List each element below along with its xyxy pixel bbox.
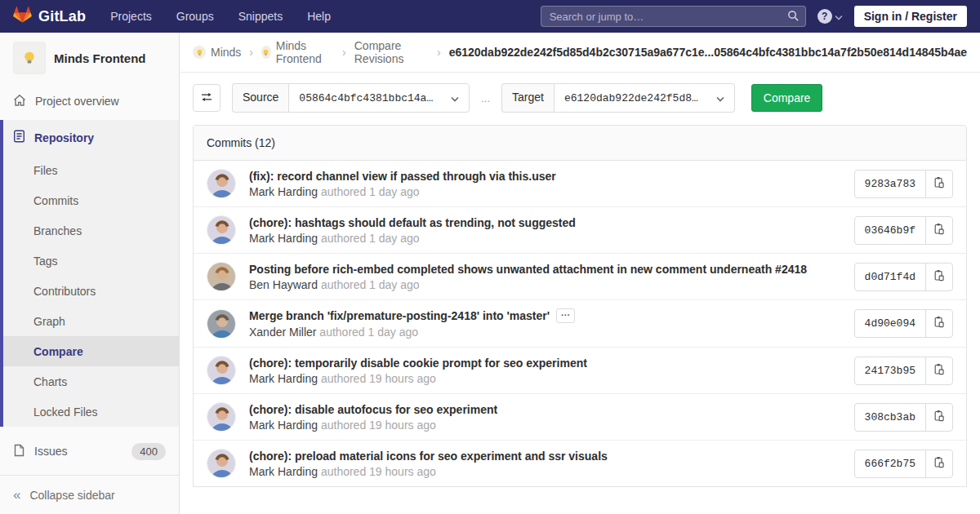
clipboard-copy-icon — [933, 223, 945, 238]
commit-sha-group: 308cb3ab — [854, 403, 953, 432]
compare-button[interactable]: Compare — [751, 84, 823, 112]
sidebar-item-charts[interactable]: Charts — [3, 366, 179, 397]
target-field-group: Target e6120dab922de242f5d8… — [501, 83, 735, 113]
double-chevron-left-icon: « — [13, 488, 20, 502]
commit-title-link[interactable]: (chore): hashtags should default as tren… — [249, 216, 576, 229]
collapse-sidebar-label: Collapse sidebar — [29, 489, 114, 502]
breadcrumb-current-sha-range: e6120dab922de242f5d85d4b2c30715a9a677c1e… — [449, 46, 967, 59]
commit-author-link[interactable]: Mark Harding — [249, 419, 318, 432]
project-sidebar: Minds Frontend Project overview Reposito… — [0, 33, 180, 514]
commit-sha-link[interactable]: 4d90e094 — [855, 312, 925, 335]
gitlab-logo[interactable]: GitLab — [13, 6, 86, 27]
commit-row: Posting before rich-embed completed show… — [194, 253, 966, 299]
commit-title-link[interactable]: (chore): temporarily disable cookie prom… — [249, 357, 587, 370]
copy-sha-button[interactable] — [925, 264, 952, 290]
chevron-down-icon — [451, 91, 459, 105]
sidebar-item-label: Repository — [34, 131, 94, 144]
nav-groups[interactable]: Groups — [176, 10, 214, 23]
commit-author-link[interactable]: Mark Harding — [249, 465, 318, 478]
copy-sha-button[interactable] — [925, 357, 952, 384]
sidebar-project-link[interactable]: Minds Frontend — [0, 33, 179, 84]
sidebar-item-repository[interactable]: Repository — [3, 120, 179, 155]
commit-sha-link[interactable]: 9283a783 — [855, 173, 925, 195]
commits-panel: Commits (12) (fix): record channel view … — [193, 125, 967, 487]
commit-author-link[interactable]: Mark Harding — [249, 185, 318, 198]
sidebar-item-commits[interactable]: Commits — [3, 185, 179, 215]
sidebar-item-graph[interactable]: Graph — [3, 306, 179, 336]
commit-author-link[interactable]: Ben Hayward — [249, 278, 318, 291]
commit-title-link[interactable]: (fix): record channel view if passed thr… — [249, 170, 556, 183]
copy-sha-button[interactable] — [925, 450, 952, 477]
clipboard-copy-icon — [933, 269, 945, 285]
commit-title-link[interactable]: (chore): disable autofocus for seo exper… — [249, 403, 497, 416]
commit-sha-link[interactable]: d0d71f4d — [855, 266, 925, 288]
commit-title-link[interactable]: Merge branch 'fix/premature-posting-2418… — [249, 309, 550, 322]
user-avatar[interactable] — [207, 309, 236, 339]
swap-revisions-button[interactable] — [193, 84, 220, 112]
sidebar-item-label: Issues — [34, 445, 67, 458]
collapse-sidebar-button[interactable]: « Collapse sidebar — [0, 475, 179, 514]
search-input[interactable] — [541, 6, 806, 27]
copy-sha-button[interactable] — [925, 404, 952, 431]
breadcrumb-label: Minds — [211, 46, 241, 59]
sidebar-item-compare[interactable]: Compare — [3, 336, 179, 366]
top-navbar: GitLab Projects Groups Snippets Help ? — [0, 0, 980, 33]
user-avatar[interactable] — [207, 262, 236, 291]
commit-row: (fix): record channel view if passed thr… — [194, 161, 966, 206]
commit-sha-link[interactable]: 666f2b75 — [855, 453, 925, 475]
nav-projects[interactable]: Projects — [110, 10, 152, 23]
source-revision-dropdown[interactable]: 05864c4bfc4381bbc14a… — [288, 83, 470, 113]
group-avatar-lightbulb-icon — [193, 46, 206, 59]
sidebar-item-tags[interactable]: Tags — [3, 246, 179, 276]
clipboard-copy-icon — [933, 410, 945, 425]
breadcrumb-separator: › — [249, 46, 253, 59]
question-icon: ? — [817, 9, 832, 24]
commit-row: (chore): hashtags should default as tren… — [194, 206, 966, 253]
user-avatar[interactable] — [207, 356, 236, 385]
compare-form: Source 05864c4bfc4381bbc14a… ... Target … — [180, 73, 980, 125]
commit-title-link[interactable]: Posting before rich-embed completed show… — [249, 263, 807, 276]
sidebar-item-contributors[interactable]: Contributors — [3, 276, 179, 306]
commit-sha-link[interactable]: 03646b9f — [855, 219, 925, 241]
commit-title-link[interactable]: (chore): preload material icons for seo … — [249, 450, 608, 463]
breadcrumb-separator: › — [342, 46, 346, 59]
project-avatar-lightbulb-icon — [13, 42, 46, 74]
user-avatar[interactable] — [207, 169, 236, 198]
user-avatar[interactable] — [207, 449, 236, 478]
commit-author-link[interactable]: Mark Harding — [249, 232, 318, 245]
user-avatar[interactable] — [207, 402, 236, 432]
breadcrumb: Minds › Minds Frontend › Compare Revisio… — [180, 33, 980, 73]
breadcrumb-group[interactable]: Minds — [193, 46, 241, 59]
commit-meta: authored 1 day ago — [318, 232, 420, 245]
help-menu-button[interactable]: ? — [817, 9, 843, 24]
commit-list: (fix): record channel view if passed thr… — [194, 161, 966, 486]
commit-sha-link[interactable]: 24173b95 — [855, 360, 925, 382]
commit-sha-group: 666f2b75 — [854, 450, 953, 478]
breadcrumb-separator: › — [437, 46, 441, 59]
commits-count-header: Commits (12) — [194, 126, 966, 161]
nav-help[interactable]: Help — [307, 10, 331, 23]
clipboard-copy-icon — [933, 176, 945, 192]
sign-in-button[interactable]: Sign in / Register — [854, 6, 967, 27]
source-revision-value: 05864c4bfc4381bbc14a… — [299, 92, 433, 104]
copy-sha-button[interactable] — [925, 217, 952, 244]
project-avatar-lightbulb-icon — [261, 46, 271, 59]
commit-meta: authored 19 hours ago — [318, 465, 436, 478]
target-revision-dropdown[interactable]: e6120dab922de242f5d8… — [554, 83, 735, 113]
commit-meta: authored 19 hours ago — [318, 372, 436, 385]
copy-sha-button[interactable] — [925, 171, 952, 197]
breadcrumb-project[interactable]: Minds Frontend — [261, 39, 334, 65]
user-avatar[interactable] — [207, 215, 236, 245]
sidebar-item-files[interactable]: Files — [3, 155, 179, 185]
sidebar-item-project-overview[interactable]: Project overview — [0, 84, 179, 118]
sidebar-item-issues[interactable]: Issues 400 — [0, 433, 179, 469]
nav-snippets[interactable]: Snippets — [238, 10, 283, 23]
sidebar-item-branches[interactable]: Branches — [3, 215, 179, 246]
commit-author-link[interactable]: Mark Harding — [249, 372, 318, 385]
commit-author-link[interactable]: Xander Miller — [249, 326, 316, 339]
sidebar-item-locked-files[interactable]: Locked Files — [3, 397, 179, 427]
breadcrumb-compare-revisions[interactable]: Compare Revisions — [354, 39, 429, 65]
commit-options-button[interactable]: ··· — [556, 308, 575, 323]
copy-sha-button[interactable] — [925, 310, 952, 337]
commit-sha-link[interactable]: 308cb3ab — [855, 406, 925, 428]
